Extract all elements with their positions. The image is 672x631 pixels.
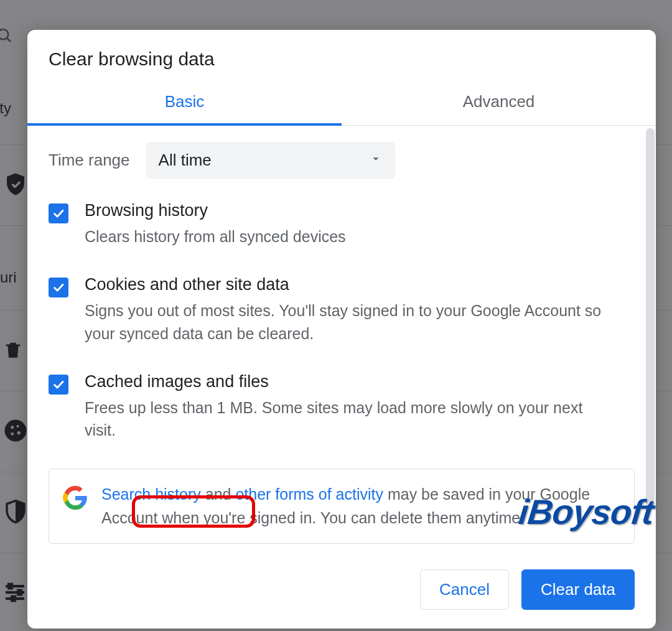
notice-mid: and — [201, 485, 236, 503]
checkbox-browsing-history[interactable] — [49, 203, 68, 223]
time-range-value: All time — [159, 151, 212, 170]
time-range-label: Time range — [49, 151, 130, 170]
scrollbar[interactable] — [646, 128, 655, 510]
dialog-title: Clear browsing data — [27, 30, 656, 81]
option-browsing-history: Browsing history Clears history from all… — [49, 201, 635, 248]
tab-advanced[interactable]: Advanced — [342, 81, 656, 125]
search-history-link[interactable]: Search history — [101, 485, 201, 503]
clear-browsing-data-dialog: Clear browsing data Basic Advanced Time … — [27, 30, 656, 629]
option-desc: Clears history from all synced devices — [85, 225, 346, 248]
option-heading: Cookies and other site data — [85, 275, 607, 294]
clear-data-button[interactable]: Clear data — [521, 569, 635, 610]
option-desc: Frees up less than 1 MB. Some sites may … — [85, 396, 607, 442]
notice-text: Search history and other forms of activi… — [101, 483, 620, 530]
tabs: Basic Advanced — [27, 81, 656, 126]
dialog-footer: Cancel Clear data — [27, 553, 656, 629]
checkbox-cookies[interactable] — [49, 278, 68, 297]
checkbox-cached[interactable] — [49, 375, 68, 395]
other-activity-link[interactable]: other forms of activity — [235, 485, 383, 503]
chevron-down-icon — [369, 151, 383, 170]
tab-basic[interactable]: Basic — [27, 81, 342, 125]
dialog-body: Time range All time Browsing history Cle… — [27, 126, 656, 553]
option-desc: Signs you out of most sites. You'll stay… — [85, 299, 607, 345]
option-heading: Browsing history — [85, 201, 346, 220]
google-logo-icon — [63, 485, 88, 513]
time-range-select[interactable]: All time — [146, 142, 395, 179]
option-cookies: Cookies and other site data Signs you ou… — [49, 275, 635, 345]
cancel-button[interactable]: Cancel — [420, 569, 509, 610]
option-cached: Cached images and files Frees up less th… — [49, 372, 635, 442]
google-account-notice: Search history and other forms of activi… — [49, 469, 635, 544]
option-heading: Cached images and files — [85, 372, 607, 391]
